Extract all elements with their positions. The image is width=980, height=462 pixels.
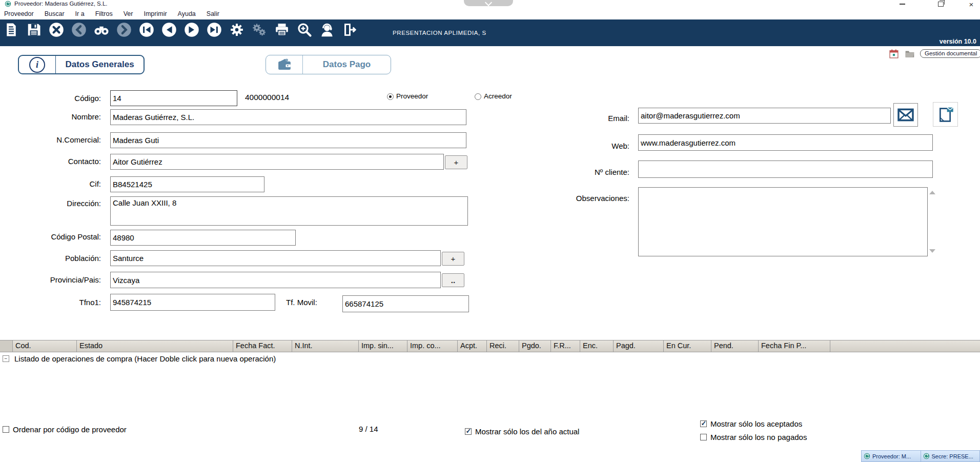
first-record-icon[interactable]	[138, 21, 155, 38]
undo-icon[interactable]	[71, 21, 87, 38]
processes-gears-icon[interactable]	[251, 21, 268, 38]
version-label: versión 10.0	[940, 38, 976, 45]
observaciones-input[interactable]	[638, 187, 928, 256]
contacto-input[interactable]	[110, 154, 444, 170]
document-mail-icon	[937, 106, 954, 123]
menu-ir-a[interactable]: Ir a	[75, 9, 90, 18]
column-header-en-cur[interactable]: En Cur.	[664, 340, 711, 352]
column-header-fr[interactable]: F.R...	[551, 340, 580, 352]
app-logo-icon	[5, 1, 11, 7]
menu-bar: Proveedor Buscar Ir a Filtros Ver Imprim…	[0, 8, 980, 19]
search-binoculars-icon[interactable]	[93, 21, 110, 38]
print-icon[interactable]	[274, 21, 290, 38]
poblacion-input[interactable]	[110, 250, 441, 266]
radio-acreedor[interactable]	[475, 93, 481, 100]
column-header-estado[interactable]: Estado	[77, 340, 233, 352]
menu-salir[interactable]: Salir	[207, 9, 225, 18]
column-header-nint[interactable]: N.Int.	[292, 340, 359, 352]
contacto-add-button[interactable]: +	[445, 155, 467, 169]
new-document-icon[interactable]	[3, 21, 19, 38]
ncliente-input[interactable]	[638, 160, 933, 178]
redo-icon[interactable]	[116, 21, 132, 38]
column-header-imp-sin[interactable]: Imp. sin...	[359, 340, 407, 352]
info-icon: i	[19, 56, 56, 73]
column-header-pgdo[interactable]: Pgdo.	[519, 340, 551, 352]
radio-acreedor-label: Acreedor	[484, 92, 512, 100]
menu-ayuda[interactable]: Ayuda	[178, 9, 201, 18]
no-pagados-checkbox[interactable]	[700, 434, 707, 440]
provincia-input[interactable]	[110, 272, 441, 288]
restore-button[interactable]	[933, 0, 948, 8]
column-header-selector[interactable]	[0, 340, 13, 352]
collapse-icon[interactable]: −	[3, 355, 9, 362]
calendar-icon[interactable]	[888, 49, 900, 59]
ordenar-checkbox[interactable]	[3, 426, 9, 433]
close-button[interactable]: ×	[964, 0, 979, 8]
tab-datos-generales[interactable]: i Datos Generales	[18, 55, 145, 74]
column-header-pend[interactable]: Pend.	[711, 340, 759, 352]
menu-filtros[interactable]: Filtros	[95, 9, 118, 18]
scroll-down-icon[interactable]	[929, 249, 935, 253]
exit-icon[interactable]	[341, 21, 358, 38]
statusbar-item-proveedor[interactable]: Proveedor: M...	[862, 451, 921, 461]
aceptados-checkbox[interactable]	[700, 420, 707, 427]
next-record-icon[interactable]	[183, 21, 200, 38]
codigo-postal-input[interactable]	[110, 230, 296, 246]
screen-overlay-tab[interactable]	[464, 0, 513, 6]
radio-proveedor[interactable]	[387, 93, 394, 100]
cif-input[interactable]	[110, 176, 264, 192]
send-email-button[interactable]	[893, 103, 918, 127]
column-header-enc[interactable]: Enc.	[580, 340, 614, 352]
gestion-documental-button[interactable]: Gestión documental	[920, 49, 980, 58]
nombre-input[interactable]	[110, 109, 466, 125]
codigo-input[interactable]	[110, 90, 237, 106]
column-header-acpt[interactable]: Acpt.	[458, 340, 487, 352]
zoom-in-icon[interactable]	[296, 21, 313, 38]
previous-record-icon[interactable]	[161, 21, 177, 38]
email-input[interactable]	[638, 108, 891, 124]
last-record-icon[interactable]	[206, 21, 222, 38]
column-header-fecha-fin[interactable]: Fecha Fin P...	[759, 340, 830, 352]
column-header-fecha-fact[interactable]: Fecha Fact.	[233, 340, 292, 352]
support-agent-icon[interactable]	[319, 21, 335, 38]
ncomercial-input[interactable]	[110, 132, 466, 148]
column-header-reci[interactable]: Reci.	[487, 340, 519, 352]
web-input[interactable]	[638, 134, 933, 151]
send-document-button[interactable]	[933, 102, 958, 127]
menu-proveedor[interactable]: Proveedor	[4, 9, 39, 18]
poblacion-label: Población:	[0, 254, 101, 263]
envelope-icon	[897, 107, 914, 123]
statusbar-item-secre[interactable]: Secre: PRESE...	[921, 451, 980, 461]
direccion-label: Dirección:	[0, 199, 101, 208]
menu-buscar[interactable]: Buscar	[45, 9, 70, 18]
provincia-lookup-button[interactable]: ..	[442, 273, 464, 287]
cif-label: Cif:	[0, 179, 101, 188]
folder-icon[interactable]	[904, 49, 915, 59]
minimize-button[interactable]	[894, 0, 910, 8]
minimize-icon	[900, 4, 905, 5]
app-logo-icon	[864, 453, 870, 459]
column-header-imp-co[interactable]: Imp. co...	[407, 340, 458, 352]
settings-gear-icon[interactable]	[229, 21, 245, 38]
close-icon: ×	[969, 1, 974, 8]
movil-label: Tf. Movil:	[286, 298, 317, 307]
scroll-up-icon[interactable]	[929, 191, 935, 194]
operations-group-row[interactable]: − Listado de operaciones de compra (Hace…	[0, 354, 980, 365]
poblacion-add-button[interactable]: +	[442, 252, 464, 266]
save-icon[interactable]	[26, 21, 42, 38]
movil-input[interactable]	[342, 295, 469, 312]
direccion-input[interactable]: Calle Juan XXIII, 8	[110, 196, 468, 226]
tfno1-input[interactable]	[110, 294, 275, 311]
column-header-cod[interactable]: Cod.	[13, 340, 77, 352]
codigo-label: Código:	[0, 94, 101, 103]
restore-icon	[938, 2, 944, 7]
anio-actual-checkbox[interactable]	[465, 428, 472, 435]
web-label: Web:	[502, 142, 629, 150]
cancel-icon[interactable]	[48, 21, 65, 38]
title-bar: Proveedor: Maderas Gutiérrez, S.L. ×	[0, 0, 980, 8]
column-header-pagd[interactable]: Pagd.	[614, 340, 664, 352]
record-count: 9 / 14	[359, 425, 378, 433]
tab-datos-pago[interactable]: Datos Pago	[266, 55, 391, 74]
menu-ver[interactable]: Ver	[124, 9, 139, 18]
menu-imprimir[interactable]: Imprimir	[144, 9, 172, 18]
